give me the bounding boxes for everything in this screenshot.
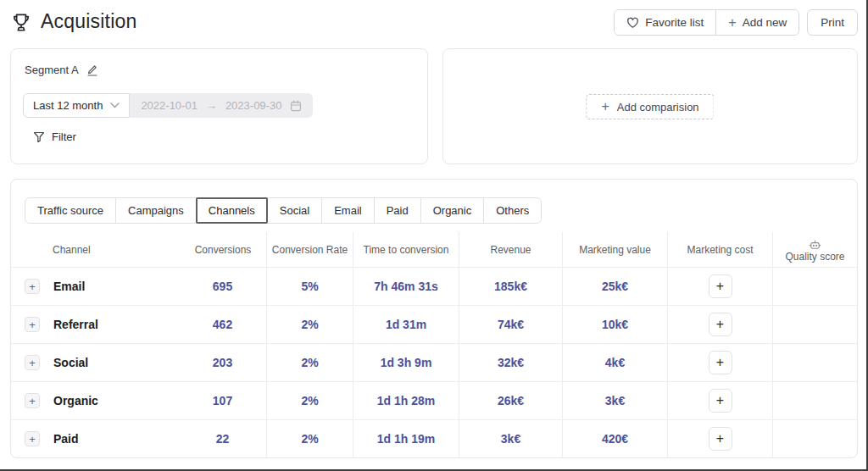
tab-social[interactable]: Social [267, 197, 322, 224]
plus-icon: + [728, 16, 736, 30]
revenue-value: 26k€ [459, 382, 562, 419]
marketing-cost-cell: + [667, 268, 772, 305]
add-marketing-cost-button[interactable]: + [709, 274, 732, 298]
tab-traffic-source[interactable]: Traffic source [25, 197, 116, 224]
marketing-value-value: 4k€ [562, 344, 667, 381]
marketing-cost-cell: + [667, 344, 772, 381]
channel-name: Referral [53, 318, 98, 331]
conversion-rate-value: 2% [266, 420, 353, 457]
tab-organic[interactable]: Organic [420, 197, 485, 224]
toolbar: Favorite list + Add new Print [614, 9, 858, 36]
add-new-label: Add new [743, 16, 787, 29]
expand-row-button[interactable]: + [25, 355, 40, 370]
column-header-time-to-conversion: Time to conversion [353, 232, 459, 267]
segment-name: Segment A [25, 64, 79, 76]
tab-email[interactable]: Email [321, 197, 375, 224]
conversion-rate-value: 5% [266, 268, 353, 305]
channel-name: Organic [53, 394, 98, 407]
favorite-list-button[interactable]: Favorite list [615, 10, 715, 35]
quality-score-cell [772, 344, 857, 381]
marketing-cost-cell: + [667, 382, 772, 419]
conversion-rate-value: 2% [266, 306, 353, 343]
chevron-down-icon [110, 103, 120, 108]
column-header-channel: Channel [11, 232, 179, 267]
print-label: Print [821, 16, 844, 29]
plus-icon: + [29, 396, 36, 407]
time-to-conversion-value: 1d 1h 28m [353, 382, 459, 419]
robot-icon [809, 239, 821, 250]
toolbar-button-group: Favorite list + Add new [614, 9, 799, 36]
segment-header: Segment A [25, 64, 98, 76]
channel-cell: + Email [11, 268, 179, 305]
comparison-panel: + Add comparision [442, 48, 858, 164]
add-marketing-cost-button[interactable]: + [709, 389, 732, 413]
tab-label: Traffic source [37, 204, 103, 217]
channel-cell: + Paid [11, 420, 179, 457]
time-to-conversion-value: 1d 31m [353, 306, 459, 343]
filter-button[interactable]: Filter [33, 130, 76, 143]
conversion-rate-value: 2% [266, 344, 353, 381]
conversions-value: 22 [179, 420, 266, 457]
print-button[interactable]: Print [807, 9, 858, 36]
conversions-value: 695 [179, 268, 266, 305]
acquisition-page: Acquisition Favorite list + Add new Prin… [0, 0, 868, 471]
plus-icon: + [716, 280, 724, 293]
date-range-field[interactable]: 2022-10-01 → 2023-09-30 [130, 93, 313, 118]
conversion-rate-value: 2% [266, 382, 353, 419]
add-comparison-button[interactable]: + Add comparision [586, 94, 714, 119]
edit-segment-icon[interactable] [86, 64, 98, 76]
column-header-conversion-rate: Conversion Rate [266, 232, 353, 267]
filter-label: Filter [52, 130, 76, 143]
marketing-value-value: 25k€ [562, 268, 667, 305]
expand-row-button[interactable]: + [25, 431, 40, 446]
table-row: + Social 203 2% 1d 3h 9m 32k€ 4k€ + [11, 343, 857, 381]
tab-channels[interactable]: Channels [196, 197, 268, 224]
favorite-list-label: Favorite list [645, 16, 704, 29]
channels-table: Channel Conversions Conversion Rate Time… [11, 232, 857, 457]
tab-paid[interactable]: Paid [374, 197, 421, 224]
plus-icon: + [716, 432, 724, 446]
plus-icon: + [601, 100, 609, 114]
column-header-quality-score-label: Quality score [785, 251, 844, 263]
heart-icon [626, 17, 639, 29]
tab-label: Paid [387, 204, 409, 217]
tab-others[interactable]: Others [483, 197, 542, 224]
add-new-button[interactable]: + Add new [715, 10, 798, 35]
page-header: Acquisition [10, 10, 136, 33]
add-marketing-cost-button[interactable]: + [709, 427, 732, 451]
tab-label: Campaigns [128, 204, 184, 217]
column-header-quality-score: Quality score [772, 232, 857, 267]
revenue-value: 185k€ [459, 268, 562, 305]
time-to-conversion-value: 1d 1h 19m [353, 420, 459, 457]
channel-cell: + Referral [11, 306, 179, 343]
channel-cell: + Social [11, 344, 179, 381]
marketing-value-value: 10k€ [562, 306, 667, 343]
plus-icon: + [29, 357, 36, 368]
column-header-revenue: Revenue [459, 232, 562, 267]
date-arrow: → [206, 99, 217, 112]
conversions-value: 203 [179, 344, 266, 381]
expand-row-button[interactable]: + [25, 279, 40, 294]
plus-icon: + [716, 318, 724, 331]
revenue-value: 74k€ [459, 306, 562, 343]
tab-campaigns[interactable]: Campaigns [115, 197, 197, 224]
conversions-value: 462 [179, 306, 266, 343]
expand-row-button[interactable]: + [25, 393, 40, 408]
add-marketing-cost-button[interactable]: + [709, 313, 732, 336]
table-row: + Referral 462 2% 1d 31m 74k€ 10k€ + [11, 305, 857, 343]
date-preset-select[interactable]: Last 12 month [23, 93, 130, 118]
table-header-row: Channel Conversions Conversion Rate Time… [11, 232, 857, 267]
expand-row-button[interactable]: + [25, 317, 40, 332]
time-to-conversion-value: 1d 3h 9m [353, 344, 459, 381]
conversions-value: 107 [179, 382, 266, 419]
marketing-value-value: 420€ [562, 420, 667, 457]
calendar-icon[interactable] [290, 100, 302, 112]
tabs: Traffic source Campaigns Channels Social… [25, 197, 542, 224]
date-preset-value: Last 12 month [33, 99, 103, 112]
column-header-conversions: Conversions [179, 232, 266, 267]
marketing-value-value: 3k€ [562, 382, 667, 419]
tab-label: Social [280, 204, 309, 217]
date-range-control: Last 12 month 2022-10-01 → 2023-09-30 [23, 93, 313, 118]
quality-score-cell [772, 268, 857, 305]
add-marketing-cost-button[interactable]: + [709, 351, 732, 374]
